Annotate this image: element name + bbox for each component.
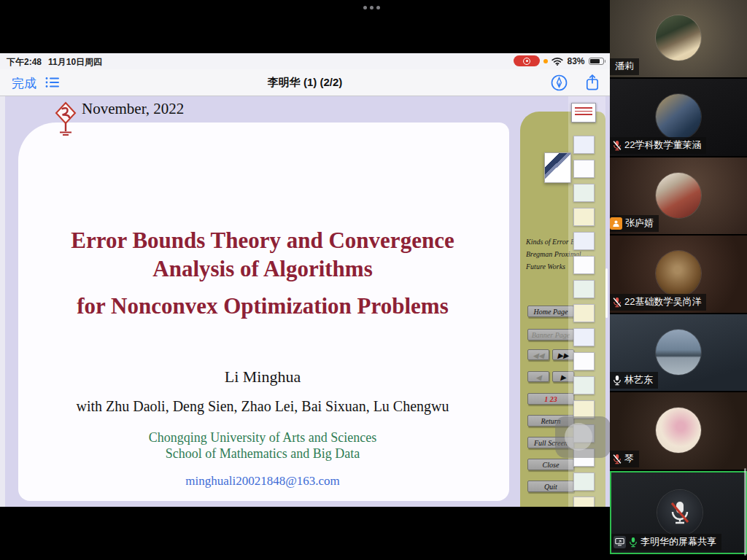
participants-panel: 潘莉 22学科数学董茉涵 张庐婧: [610, 0, 747, 560]
avatar: [656, 330, 701, 375]
date-text: 11月10日周四: [48, 56, 102, 69]
page-thumbnail[interactable]: [573, 376, 595, 394]
avatar: [656, 15, 701, 61]
slide-coauthors: with Zhu Daoli, Deng Sien, Zhao Lei, Bai…: [20, 398, 505, 415]
page-thumbnail[interactable]: [573, 184, 595, 202]
mic-in-use-dot-icon: [543, 59, 548, 63]
participant-tile[interactable]: 潘莉: [610, 0, 747, 77]
participant-nameplate: 李明华的屏幕共享: [611, 534, 721, 551]
battery-percent-text: 83%: [567, 56, 584, 66]
participant-name: 22学科数学董茉涵: [624, 139, 701, 152]
pdf-page-view: November, 2022 Error Bounds Theory and C…: [0, 96, 610, 507]
slide-affiliation-2: School of Mathematics and Big Data: [20, 446, 505, 462]
document-title: 李明华 (1) (2/2): [0, 76, 610, 90]
page-thumbnail[interactable]: [573, 497, 595, 507]
page-thumbnail[interactable]: [573, 160, 595, 178]
participant-nameplate: 张庐婧: [610, 215, 659, 232]
page-thumbnail-current[interactable]: [571, 103, 596, 122]
participant-tile-screen-share[interactable]: 李明华的屏幕共享: [610, 471, 747, 554]
avatar: [657, 490, 703, 535]
page-thumbnail[interactable]: [573, 256, 595, 274]
participant-tile[interactable]: 林艺东: [610, 314, 747, 391]
participant-tile[interactable]: 22学科数学董茉涵: [610, 79, 747, 156]
thumbnail-scrollbar[interactable]: [605, 268, 608, 318]
participant-nameplate: 22基础数学吴尚洋: [610, 294, 706, 311]
page-thumbnail[interactable]: [573, 232, 595, 250]
screen-share-view: 下午2:48 11月10日周四 83% 完成: [0, 53, 610, 507]
slide-date: November, 2022: [82, 100, 184, 118]
outline-list-icon[interactable]: [45, 77, 60, 91]
participant-tile[interactable]: 琴: [610, 392, 747, 470]
muted-mic-icon: [613, 297, 622, 308]
nav-link-future-works[interactable]: Future Works: [526, 262, 565, 271]
avatar: [656, 94, 701, 139]
markup-pen-icon[interactable]: [551, 74, 568, 91]
close-button[interactable]: Close: [527, 459, 574, 470]
slide-title-part2: for Nonconvex Optimization Problems: [20, 292, 505, 320]
mic-on-icon: [629, 537, 638, 548]
slide-email-link[interactable]: minghuali20021848@163.com: [20, 474, 505, 489]
page-thumbnail[interactable]: [573, 472, 595, 491]
participant-name: 林艺东: [624, 373, 653, 386]
muted-mic-icon: [613, 140, 622, 151]
multitask-handle-icon[interactable]: [363, 6, 380, 9]
avatar: [656, 173, 701, 218]
wifi-icon: [551, 57, 563, 66]
big-muted-mic-icon: [670, 500, 690, 525]
page-thumbnail[interactable]: [573, 136, 595, 154]
page-thumbnail[interactable]: [573, 304, 595, 322]
recording-indicator-icon[interactable]: [514, 55, 540, 66]
battery-icon: [589, 58, 604, 65]
participant-tile[interactable]: 张庐婧: [610, 158, 747, 234]
pdf-toolbar: 完成 李明华 (1) (2/2): [0, 69, 610, 96]
clock-text: 下午2:48: [7, 56, 42, 69]
participant-nameplate: 琴: [610, 451, 639, 467]
slide-title-part1: Error Bounds Theory and Convergence Anal…: [20, 226, 505, 283]
participant-nameplate: 潘莉: [610, 58, 639, 75]
rewind-button[interactable]: ◀◀: [527, 349, 549, 360]
participant-name: 潘莉: [615, 60, 634, 73]
participant-name: 琴: [624, 452, 634, 465]
participant-nameplate: 22学科数学董茉涵: [610, 137, 706, 154]
floating-widget[interactable]: [555, 416, 610, 458]
participant-name: 李明华的屏幕共享: [640, 535, 716, 548]
quit-button[interactable]: Quit: [527, 481, 574, 492]
viewer-edge: [0, 96, 5, 507]
participants-scrollbar[interactable]: [744, 468, 746, 556]
page-thumbnail-large[interactable]: [544, 152, 571, 183]
page-thumbnail[interactable]: [573, 328, 595, 346]
member-person-icon: [610, 217, 622, 230]
banner-page-button[interactable]: Banner Page: [527, 329, 574, 341]
participant-tile[interactable]: 22基础数学吴尚洋: [610, 236, 747, 313]
status-bar: 下午2:48 11月10日周四 83%: [0, 53, 610, 69]
screen: 下午2:48 11月10日周四 83% 完成: [0, 0, 747, 560]
muted-mic-icon: [613, 454, 622, 464]
conference-logo-icon: [54, 101, 77, 139]
avatar: [656, 408, 701, 453]
page-thumbnail[interactable]: [573, 280, 595, 298]
mic-on-icon: [613, 375, 622, 386]
participant-name: 张庐婧: [625, 217, 654, 230]
done-button[interactable]: 完成: [12, 75, 36, 92]
screen-share-icon: [614, 536, 626, 548]
page-thumbnail[interactable]: [573, 352, 595, 370]
page-indicator-button[interactable]: 1 23: [527, 393, 574, 405]
home-page-button[interactable]: Home Page: [527, 306, 574, 317]
slide-presenter: Li Minghua: [20, 368, 505, 386]
page-thumbnail[interactable]: [573, 208, 595, 226]
prev-page-button[interactable]: ◀: [527, 371, 549, 382]
share-icon[interactable]: [585, 74, 600, 91]
participant-name: 22基础数学吴尚洋: [624, 295, 701, 308]
avatar: [656, 251, 701, 296]
slide-affiliation-1: Chongqing University of Arts and Science…: [20, 430, 505, 446]
participant-nameplate: 林艺东: [610, 372, 658, 389]
